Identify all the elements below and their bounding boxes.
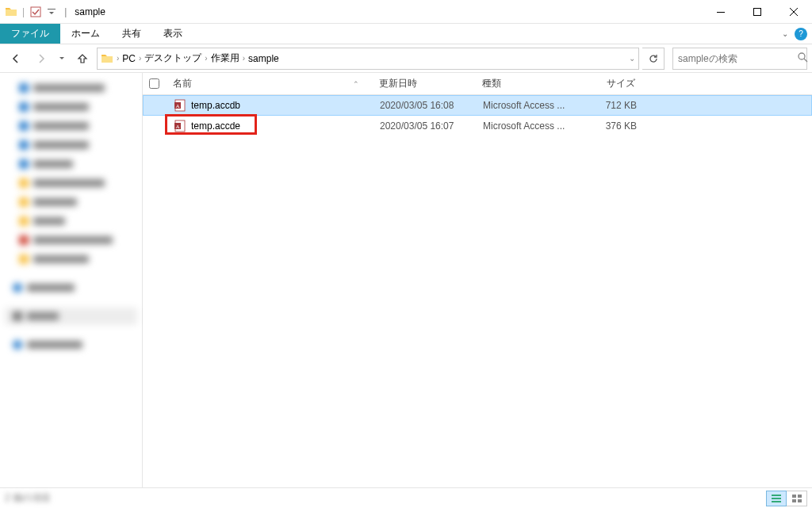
svg-rect-11 xyxy=(772,495,781,496)
svg-text:A: A xyxy=(175,103,179,109)
sidebar-item[interactable] xyxy=(5,336,137,353)
window-title: sample xyxy=(75,6,105,17)
status-bar: 2 個の項目 xyxy=(0,487,812,508)
ribbon-tabs: ファイル ホーム 共有 表示 ⌄ ? xyxy=(0,24,812,44)
details-view-button[interactable] xyxy=(766,491,787,506)
search-box[interactable] xyxy=(672,48,807,70)
tab-view[interactable]: 表示 xyxy=(152,24,193,44)
file-name-label: temp.accdb xyxy=(191,100,240,111)
sidebar-item[interactable] xyxy=(5,212,137,230)
svg-rect-14 xyxy=(792,495,796,498)
column-size-label: サイズ xyxy=(607,77,635,90)
refresh-button[interactable] xyxy=(642,48,665,70)
file-date-cell: 2020/03/05 16:07 xyxy=(373,120,477,132)
sidebar-item[interactable] xyxy=(5,231,137,249)
navigation-pane[interactable] xyxy=(0,73,143,487)
chevron-right-icon[interactable]: › xyxy=(205,54,207,63)
navigation-bar: › PC › デスクトップ › 作業用 › sample ⌄ xyxy=(0,44,812,73)
sidebar-item[interactable] xyxy=(5,174,137,192)
search-icon[interactable] xyxy=(797,52,808,65)
forward-button[interactable] xyxy=(30,48,52,70)
column-date[interactable]: 更新日時 xyxy=(373,77,476,90)
breadcrumb-pc[interactable]: PC xyxy=(122,53,136,64)
file-type-cell: Microsoft Access ... xyxy=(477,100,580,111)
access-file-icon: A xyxy=(174,120,186,132)
chevron-right-icon[interactable]: › xyxy=(139,54,141,63)
file-row[interactable]: Atemp.accde2020/03/05 16:07Microsoft Acc… xyxy=(143,116,812,136)
breadcrumb-desktop[interactable]: デスクトップ xyxy=(144,52,201,65)
svg-rect-0 xyxy=(31,7,40,17)
column-headers: 名前⌃ 更新日時 種類 サイズ xyxy=(143,73,812,95)
sidebar-item[interactable] xyxy=(5,155,137,173)
tab-file[interactable]: ファイル xyxy=(0,24,60,44)
svg-point-4 xyxy=(799,53,805,59)
chevron-down-icon[interactable]: ⌄ xyxy=(629,54,635,63)
access-file-icon: A xyxy=(174,99,186,112)
file-type-cell: Microsoft Access ... xyxy=(477,120,580,132)
file-size-cell: 712 KB xyxy=(580,100,643,111)
sidebar-item[interactable] xyxy=(5,98,137,116)
sort-indicator-icon: ⌃ xyxy=(353,80,359,88)
column-date-label: 更新日時 xyxy=(379,77,417,90)
search-input[interactable] xyxy=(678,53,797,64)
address-bar[interactable]: › PC › デスクトップ › 作業用 › sample ⌄ xyxy=(97,48,639,70)
quick-access-properties-icon[interactable] xyxy=(29,6,42,18)
breadcrumb-sample[interactable]: sample xyxy=(248,53,279,64)
sidebar-item[interactable] xyxy=(5,279,137,296)
help-icon[interactable]: ? xyxy=(795,28,807,40)
ribbon-expand-icon[interactable]: ⌄ xyxy=(782,29,788,38)
svg-rect-17 xyxy=(798,499,802,502)
sidebar-item[interactable] xyxy=(5,79,137,97)
file-date-cell: 2020/03/05 16:08 xyxy=(373,100,477,111)
file-name-cell[interactable]: Atemp.accde xyxy=(167,120,373,132)
breadcrumb-work[interactable]: 作業用 xyxy=(211,52,239,65)
folder-icon xyxy=(5,6,17,18)
quick-access-dropdown-icon[interactable] xyxy=(45,6,58,18)
back-button[interactable] xyxy=(5,48,27,70)
sidebar-item[interactable] xyxy=(5,193,137,211)
svg-rect-2 xyxy=(717,12,725,13)
column-size[interactable]: サイズ xyxy=(579,77,642,90)
column-name[interactable]: 名前⌃ xyxy=(167,77,373,90)
svg-rect-1 xyxy=(48,9,56,10)
svg-text:A: A xyxy=(175,124,179,130)
status-item-count: 2 個の項目 xyxy=(5,491,51,505)
select-all-checkbox[interactable] xyxy=(149,78,159,89)
sidebar-item[interactable] xyxy=(5,136,137,154)
title-separator: | xyxy=(64,6,67,17)
chevron-right-icon[interactable]: › xyxy=(117,54,119,63)
file-row[interactable]: Atemp.accdb2020/03/05 16:08Microsoft Acc… xyxy=(143,95,812,116)
file-list-pane: 名前⌃ 更新日時 種類 サイズ Atemp.accdb2020/03/05 16… xyxy=(143,73,812,487)
svg-rect-3 xyxy=(754,8,761,15)
chevron-right-icon[interactable]: › xyxy=(243,54,245,63)
svg-rect-16 xyxy=(792,499,796,502)
sidebar-item[interactable] xyxy=(5,117,137,135)
close-button[interactable] xyxy=(776,0,812,24)
column-name-label: 名前 xyxy=(173,77,192,90)
column-type-label: 種類 xyxy=(482,77,501,90)
column-checkbox[interactable] xyxy=(143,78,167,89)
maximize-button[interactable] xyxy=(739,0,776,24)
column-type[interactable]: 種類 xyxy=(476,77,579,90)
file-name-cell[interactable]: Atemp.accdb xyxy=(167,99,373,112)
qat-separator: | xyxy=(22,6,25,17)
file-size-cell: 376 KB xyxy=(580,120,643,132)
svg-rect-12 xyxy=(772,498,781,499)
minimize-button[interactable] xyxy=(703,0,739,24)
tab-share[interactable]: 共有 xyxy=(111,24,152,44)
sidebar-item[interactable] xyxy=(5,250,137,268)
address-folder-icon xyxy=(101,52,113,65)
sidebar-item[interactable] xyxy=(5,307,137,325)
svg-rect-15 xyxy=(798,495,802,498)
up-button[interactable] xyxy=(71,48,94,70)
title-bar: | | sample xyxy=(0,0,812,24)
file-name-label: temp.accde xyxy=(191,120,240,132)
recent-locations-button[interactable] xyxy=(56,48,68,70)
tab-home[interactable]: ホーム xyxy=(60,24,111,44)
large-icons-view-button[interactable] xyxy=(787,491,807,506)
svg-rect-13 xyxy=(772,501,781,502)
